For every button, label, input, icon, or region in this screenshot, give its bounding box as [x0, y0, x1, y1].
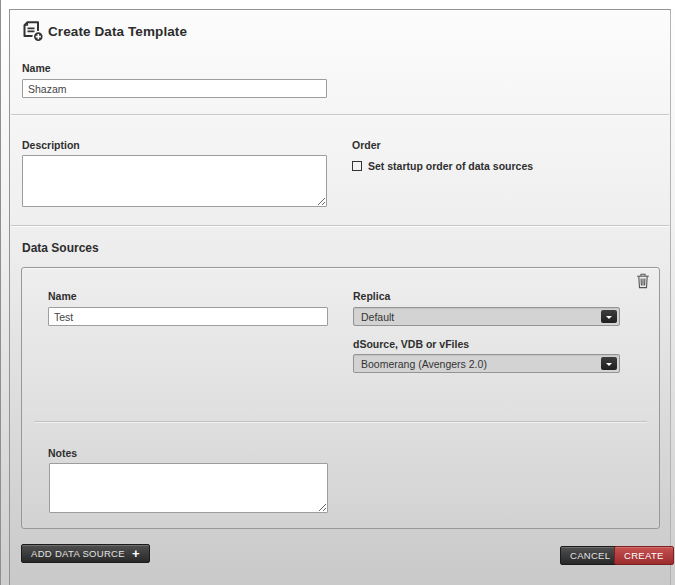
add-data-source-button[interactable]: ADD DATA SOURCE +	[21, 544, 150, 563]
trash-icon[interactable]	[636, 273, 650, 289]
divider	[11, 225, 669, 227]
dsource-selected-value: Boomerang (Avengers 2.0)	[354, 358, 619, 370]
chevron-down-icon[interactable]	[601, 357, 617, 370]
replica-label: Replica	[353, 290, 390, 302]
divider	[34, 421, 647, 423]
divider	[11, 114, 669, 116]
source-name-input[interactable]	[48, 307, 328, 326]
startup-order-checkbox-label: Set startup order of data sources	[368, 160, 533, 172]
chevron-down-icon[interactable]	[601, 310, 617, 323]
description-textarea[interactable]	[22, 155, 327, 207]
data-sources-heading: Data Sources	[22, 241, 99, 255]
create-data-template-dialog: Create Data Template Name Description Or…	[9, 9, 671, 585]
notes-textarea[interactable]	[49, 463, 328, 513]
data-source-card: Name Replica Default dSource, VDB or vFi…	[21, 267, 660, 529]
notes-label: Notes	[48, 447, 77, 459]
create-label: CREATE	[624, 550, 664, 561]
replica-select[interactable]: Default	[353, 307, 620, 326]
new-data-template-icon	[19, 20, 45, 43]
dsource-select[interactable]: Boomerang (Avengers 2.0)	[353, 354, 620, 373]
name-label: Name	[22, 62, 51, 74]
order-label: Order	[352, 139, 381, 151]
source-name-label: Name	[48, 290, 77, 302]
startup-order-checkbox[interactable]	[352, 161, 362, 171]
cancel-label: CANCEL	[570, 550, 610, 561]
cancel-button[interactable]: CANCEL	[560, 546, 620, 565]
create-button[interactable]: CREATE	[614, 546, 674, 565]
plus-icon: +	[132, 547, 140, 560]
dsource-label: dSource, VDB or vFiles	[353, 338, 469, 350]
replica-selected-value: Default	[354, 311, 619, 323]
name-input[interactable]	[22, 79, 327, 98]
add-data-source-label: ADD DATA SOURCE	[31, 548, 125, 559]
dialog-title: Create Data Template	[48, 24, 187, 39]
description-label: Description	[22, 139, 80, 151]
